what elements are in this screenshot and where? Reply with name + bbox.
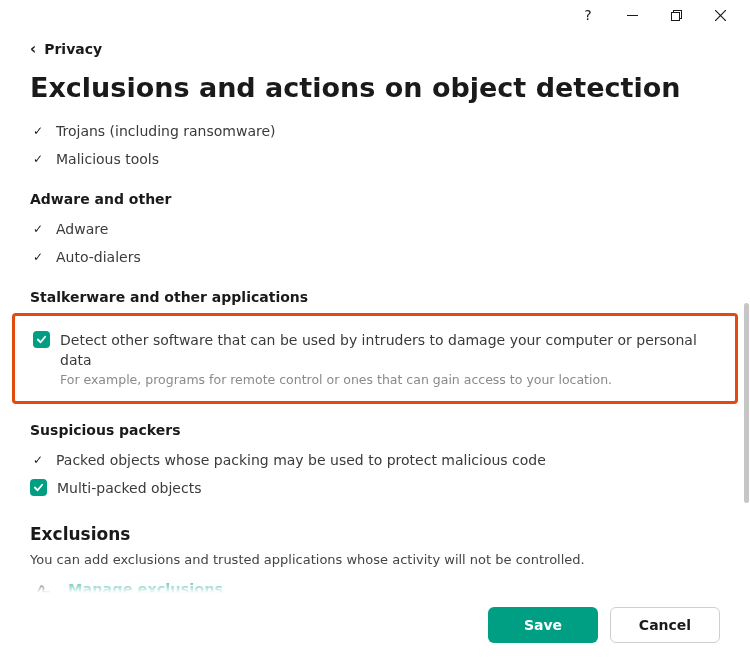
item-label: Malicious tools: [56, 149, 159, 169]
help-button[interactable]: ?: [566, 0, 610, 30]
section-exclusions-heading: Exclusions: [30, 524, 720, 544]
check-icon: ✓: [30, 247, 46, 267]
item-label: Multi-packed objects: [57, 478, 201, 498]
content-scroll[interactable]: Exclusions and actions on object detecti…: [0, 58, 750, 593]
close-button[interactable]: [698, 0, 742, 30]
item-multi-packed[interactable]: Multi-packed objects: [30, 474, 720, 502]
minimize-button[interactable]: [610, 0, 654, 30]
item-label: Adware: [56, 219, 108, 239]
item-label: Packed objects whose packing may be used…: [56, 450, 546, 470]
item-auto-dialers: ✓ Auto-dialers: [30, 243, 720, 271]
cancel-button[interactable]: Cancel: [610, 607, 720, 643]
item-adware: ✓ Adware: [30, 215, 720, 243]
item-trojans: ✓ Trojans (including ransomware): [30, 117, 720, 145]
item-description: For example, programs for remote control…: [60, 372, 717, 387]
titlebar: ?: [0, 0, 750, 30]
section-stalkerware-heading: Stalkerware and other applications: [30, 289, 720, 305]
page-title: Exclusions and actions on object detecti…: [30, 72, 720, 103]
manage-exclusions-row: Manage exclusions Exclusions: 0. Active …: [30, 581, 720, 593]
item-packed-objects: ✓ Packed objects whose packing may be us…: [30, 446, 720, 474]
item-malicious-tools: ✓ Malicious tools: [30, 145, 720, 173]
settings-window: ? ‹ Privacy Exclusions and actions on ob…: [0, 0, 750, 661]
check-icon: ✓: [30, 149, 46, 169]
section-packers-heading: Suspicious packers: [30, 422, 720, 438]
exclusions-description: You can add exclusions and trusted appli…: [30, 552, 720, 567]
check-icon: ✓: [30, 121, 46, 141]
item-label: Auto-dialers: [56, 247, 141, 267]
item-label: Detect other software that can be used b…: [60, 330, 717, 370]
svg-rect-2: [671, 12, 679, 20]
section-adware-heading: Adware and other: [30, 191, 720, 207]
manage-exclusions-link[interactable]: Manage exclusions: [68, 581, 720, 593]
save-button[interactable]: Save: [488, 607, 598, 643]
item-label: Trojans (including ransomware): [56, 121, 276, 141]
check-icon: ✓: [30, 450, 46, 470]
scrollbar[interactable]: [744, 303, 749, 503]
highlight-annotation: Detect other software that can be used b…: [12, 313, 738, 404]
back-icon: ‹: [30, 40, 36, 58]
checkbox-checked-icon[interactable]: [30, 479, 47, 496]
footer: Save Cancel: [0, 593, 750, 661]
item-detect-stalkerware[interactable]: Detect other software that can be used b…: [33, 326, 717, 391]
maximize-button[interactable]: [654, 0, 698, 30]
breadcrumb-label: Privacy: [44, 41, 102, 57]
check-icon: ✓: [30, 219, 46, 239]
breadcrumb[interactable]: ‹ Privacy: [0, 30, 750, 58]
thumbs-up-icon: [30, 583, 54, 593]
checkbox-checked-icon[interactable]: [33, 331, 50, 348]
